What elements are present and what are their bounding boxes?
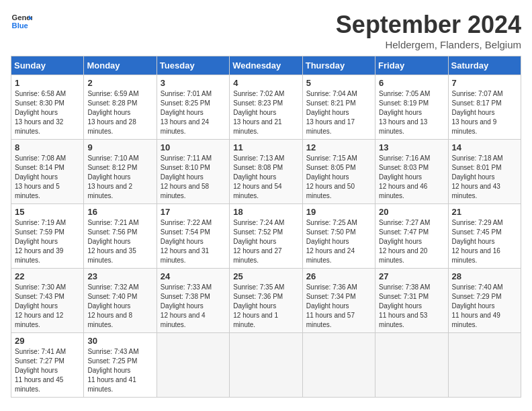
calendar-day-cell: 19 Sunrise: 7:25 AM Sunset: 7:50 PM Dayl… xyxy=(302,204,375,269)
day-info: Sunrise: 7:08 AM Sunset: 8:14 PM Dayligh… xyxy=(15,154,80,201)
calendar-day-cell: 2 Sunrise: 6:59 AM Sunset: 8:28 PM Dayli… xyxy=(84,75,157,140)
day-number: 8 xyxy=(15,142,80,152)
calendar-day-cell: 13 Sunrise: 7:16 AM Sunset: 8:03 PM Dayl… xyxy=(375,140,448,204)
day-number: 19 xyxy=(306,207,371,217)
day-info: Sunrise: 7:05 AM Sunset: 8:19 PM Dayligh… xyxy=(379,89,444,136)
day-info: Sunrise: 6:58 AM Sunset: 8:30 PM Dayligh… xyxy=(15,89,80,136)
day-number: 28 xyxy=(452,271,517,281)
day-number: 5 xyxy=(306,78,371,88)
day-info: Sunrise: 7:38 AM Sunset: 7:31 PM Dayligh… xyxy=(379,283,444,330)
calendar-day-cell: 8 Sunrise: 7:08 AM Sunset: 8:14 PM Dayli… xyxy=(11,140,84,204)
day-info: Sunrise: 7:40 AM Sunset: 7:29 PM Dayligh… xyxy=(452,283,517,330)
day-info: Sunrise: 7:15 AM Sunset: 8:05 PM Dayligh… xyxy=(306,154,371,201)
calendar-day-cell xyxy=(230,333,302,398)
day-info: Sunrise: 7:21 AM Sunset: 7:56 PM Dayligh… xyxy=(87,218,152,265)
day-info: Sunrise: 7:36 AM Sunset: 7:34 PM Dayligh… xyxy=(306,283,371,330)
location-title: Heldergem, Flanders, Belgium xyxy=(336,39,521,50)
calendar-day-cell xyxy=(375,333,448,398)
page-header: General Blue September 2024 Heldergem, F… xyxy=(11,11,521,50)
calendar-day-cell xyxy=(302,333,375,398)
day-number: 3 xyxy=(161,78,226,88)
calendar-day-cell: 17 Sunrise: 7:22 AM Sunset: 7:54 PM Dayl… xyxy=(157,204,229,269)
calendar-day-cell: 9 Sunrise: 7:10 AM Sunset: 8:12 PM Dayli… xyxy=(84,140,157,204)
calendar-day-cell: 5 Sunrise: 7:04 AM Sunset: 8:21 PM Dayli… xyxy=(302,75,375,140)
day-number: 9 xyxy=(87,142,152,152)
day-number: 16 xyxy=(87,207,152,217)
day-info: Sunrise: 7:29 AM Sunset: 7:45 PM Dayligh… xyxy=(452,218,517,265)
day-number: 24 xyxy=(161,271,226,281)
day-info: Sunrise: 7:07 AM Sunset: 8:17 PM Dayligh… xyxy=(452,89,517,136)
col-saturday: Saturday xyxy=(448,56,521,75)
day-number: 6 xyxy=(379,78,444,88)
day-info: Sunrise: 7:43 AM Sunset: 7:25 PM Dayligh… xyxy=(87,347,152,394)
calendar-day-cell: 7 Sunrise: 7:07 AM Sunset: 8:17 PM Dayli… xyxy=(448,75,521,140)
calendar-day-cell: 1 Sunrise: 6:58 AM Sunset: 8:30 PM Dayli… xyxy=(11,75,84,140)
calendar-day-cell: 26 Sunrise: 7:36 AM Sunset: 7:34 PM Dayl… xyxy=(302,269,375,333)
day-info: Sunrise: 7:16 AM Sunset: 8:03 PM Dayligh… xyxy=(379,154,444,201)
calendar-day-cell xyxy=(157,333,229,398)
calendar-day-cell: 16 Sunrise: 7:21 AM Sunset: 7:56 PM Dayl… xyxy=(84,204,157,269)
day-number: 4 xyxy=(233,78,298,88)
day-number: 13 xyxy=(379,142,444,152)
day-number: 18 xyxy=(233,207,298,217)
day-info: Sunrise: 7:33 AM Sunset: 7:38 PM Dayligh… xyxy=(161,283,226,330)
col-sunday: Sunday xyxy=(11,56,84,75)
day-info: Sunrise: 7:25 AM Sunset: 7:50 PM Dayligh… xyxy=(306,218,371,265)
day-info: Sunrise: 7:22 AM Sunset: 7:54 PM Dayligh… xyxy=(161,218,226,265)
day-number: 10 xyxy=(161,142,226,152)
day-number: 29 xyxy=(15,336,80,346)
calendar-day-cell: 14 Sunrise: 7:18 AM Sunset: 8:01 PM Dayl… xyxy=(448,140,521,204)
day-info: Sunrise: 7:19 AM Sunset: 7:59 PM Dayligh… xyxy=(15,218,80,265)
calendar-day-cell: 11 Sunrise: 7:13 AM Sunset: 8:08 PM Dayl… xyxy=(230,140,302,204)
day-number: 23 xyxy=(87,271,152,281)
calendar-day-cell: 29 Sunrise: 7:41 AM Sunset: 7:27 PM Dayl… xyxy=(11,333,84,398)
day-number: 22 xyxy=(15,271,80,281)
day-number: 12 xyxy=(306,142,371,152)
calendar-day-cell: 28 Sunrise: 7:40 AM Sunset: 7:29 PM Dayl… xyxy=(448,269,521,333)
day-info: Sunrise: 7:35 AM Sunset: 7:36 PM Dayligh… xyxy=(233,283,298,330)
day-info: Sunrise: 7:02 AM Sunset: 8:23 PM Dayligh… xyxy=(233,89,298,136)
calendar-week-row: 22 Sunrise: 7:30 AM Sunset: 7:43 PM Dayl… xyxy=(11,269,521,333)
calendar-day-cell: 6 Sunrise: 7:05 AM Sunset: 8:19 PM Dayli… xyxy=(375,75,448,140)
day-number: 26 xyxy=(306,271,371,281)
day-number: 25 xyxy=(233,271,298,281)
day-info: Sunrise: 7:27 AM Sunset: 7:47 PM Dayligh… xyxy=(379,218,444,265)
title-area: September 2024 Heldergem, Flanders, Belg… xyxy=(336,11,521,50)
day-info: Sunrise: 7:04 AM Sunset: 8:21 PM Dayligh… xyxy=(306,89,371,136)
calendar-week-row: 15 Sunrise: 7:19 AM Sunset: 7:59 PM Dayl… xyxy=(11,204,521,269)
col-monday: Monday xyxy=(84,56,157,75)
day-number: 14 xyxy=(452,142,517,152)
calendar-day-cell: 22 Sunrise: 7:30 AM Sunset: 7:43 PM Dayl… xyxy=(11,269,84,333)
logo-icon: General Blue xyxy=(11,11,32,32)
calendar-day-cell: 27 Sunrise: 7:38 AM Sunset: 7:31 PM Dayl… xyxy=(375,269,448,333)
calendar-day-cell: 12 Sunrise: 7:15 AM Sunset: 8:05 PM Dayl… xyxy=(302,140,375,204)
col-wednesday: Wednesday xyxy=(230,56,302,75)
calendar-day-cell: 30 Sunrise: 7:43 AM Sunset: 7:25 PM Dayl… xyxy=(84,333,157,398)
day-number: 27 xyxy=(379,271,444,281)
svg-text:Blue: Blue xyxy=(12,21,28,30)
calendar-week-row: 1 Sunrise: 6:58 AM Sunset: 8:30 PM Dayli… xyxy=(11,75,521,140)
calendar-table: Sunday Monday Tuesday Wednesday Thursday… xyxy=(11,56,521,398)
col-tuesday: Tuesday xyxy=(157,56,229,75)
day-info: Sunrise: 7:10 AM Sunset: 8:12 PM Dayligh… xyxy=(87,154,152,201)
day-number: 11 xyxy=(233,142,298,152)
logo: General Blue xyxy=(11,11,32,32)
calendar-week-row: 29 Sunrise: 7:41 AM Sunset: 7:27 PM Dayl… xyxy=(11,333,521,398)
day-number: 15 xyxy=(15,207,80,217)
calendar-day-cell: 10 Sunrise: 7:11 AM Sunset: 8:10 PM Dayl… xyxy=(157,140,229,204)
day-number: 1 xyxy=(15,78,80,88)
calendar-day-cell: 20 Sunrise: 7:27 AM Sunset: 7:47 PM Dayl… xyxy=(375,204,448,269)
day-info: Sunrise: 6:59 AM Sunset: 8:28 PM Dayligh… xyxy=(87,89,152,136)
month-title: September 2024 xyxy=(336,11,521,39)
calendar-day-cell xyxy=(448,333,521,398)
day-info: Sunrise: 7:41 AM Sunset: 7:27 PM Dayligh… xyxy=(15,347,80,394)
day-info: Sunrise: 7:24 AM Sunset: 7:52 PM Dayligh… xyxy=(233,218,298,265)
day-info: Sunrise: 7:32 AM Sunset: 7:40 PM Dayligh… xyxy=(87,283,152,330)
calendar-day-cell: 18 Sunrise: 7:24 AM Sunset: 7:52 PM Dayl… xyxy=(230,204,302,269)
day-info: Sunrise: 7:18 AM Sunset: 8:01 PM Dayligh… xyxy=(452,154,517,201)
day-number: 21 xyxy=(452,207,517,217)
calendar-day-cell: 25 Sunrise: 7:35 AM Sunset: 7:36 PM Dayl… xyxy=(230,269,302,333)
day-info: Sunrise: 7:01 AM Sunset: 8:25 PM Dayligh… xyxy=(161,89,226,136)
col-thursday: Thursday xyxy=(302,56,375,75)
col-friday: Friday xyxy=(375,56,448,75)
